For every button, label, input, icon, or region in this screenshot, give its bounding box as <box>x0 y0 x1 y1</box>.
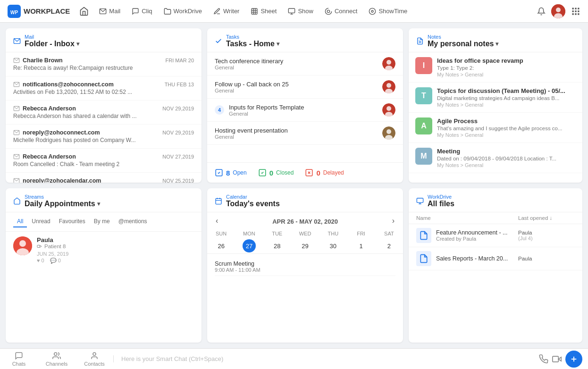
notification-bell-icon[interactable] <box>537 7 546 16</box>
bottom-nav-channels[interactable]: Channels <box>38 350 76 369</box>
note-info: Topics for discussion (Team Meeting) - 0… <box>437 87 576 108</box>
mail-item[interactable]: Rebecca Anderson NOV 27,2019 Room Cancel… <box>6 149 202 173</box>
phone-icon[interactable] <box>539 354 548 364</box>
nav-cliq[interactable]: Cliq <box>127 5 157 18</box>
mail-item[interactable]: notifications@zohoconnect.com THU FEB 13… <box>6 76 202 101</box>
task-title: Inputs for Reports Template <box>229 104 378 111</box>
workdrive-item[interactable]: Feature Announcement - ... Created by Pa… <box>409 224 582 247</box>
stream-item[interactable]: Paula Patient 8 JUN 25, 2019 ♥ 0 💬 0 <box>6 232 202 268</box>
nav-writer[interactable]: Writer <box>209 5 244 18</box>
mail-date: FRI MAR 20 <box>165 58 194 63</box>
calendar-day[interactable]: 30 <box>327 239 340 252</box>
mail-subject: Room Cancelled : Chalk - Team meeting 2 <box>13 161 194 168</box>
tasks-list: Tech conference itinerary General Follow… <box>207 52 403 162</box>
task-item[interactable]: Tech conference itinerary General <box>207 52 403 75</box>
bottom-nav-chats[interactable]: Chats <box>0 350 38 369</box>
note-desc: That's amazing and I suggest the Agile p… <box>437 126 569 131</box>
calendar-day[interactable]: 29 <box>298 239 311 252</box>
workdrive-title: All files <box>428 200 454 208</box>
tasks-delayed-stat: 0 Delayed <box>305 168 344 177</box>
nav-show[interactable]: Show <box>283 5 318 18</box>
streams-tab-all[interactable]: All <box>13 216 27 227</box>
task-assignee-avatar <box>382 126 395 140</box>
home-icon[interactable] <box>79 7 89 16</box>
note-item[interactable]: I Ideas for office space revamp Type 1: … <box>409 52 582 83</box>
mail-sender: Rebecca Anderson <box>13 153 76 160</box>
note-title: Ideas for office space revamp <box>437 57 576 64</box>
task-item[interactable]: Hosting event presentation General <box>207 122 403 145</box>
mail-item[interactable]: Charlie Brown FRI MAR 20 Re: Rebecca is … <box>6 52 202 76</box>
svg-point-64 <box>93 352 96 355</box>
streams-tab-mentions[interactable]: @mentions <box>115 216 151 227</box>
workdrive-item[interactable]: Sales Reports - March 20... Paula <box>409 247 582 270</box>
nav-connect[interactable]: Connect <box>320 5 362 18</box>
note-item[interactable]: T Topics for discussion (Team Meeting) -… <box>409 83 582 113</box>
calendar-day-today[interactable]: 27 <box>243 239 256 252</box>
apps-grid-icon[interactable] <box>571 7 580 16</box>
note-item[interactable]: A Agile Process That's amazing and I sug… <box>409 113 582 143</box>
calendar-day[interactable]: 28 <box>270 239 284 252</box>
workdrive-table-header: Name Last opened ↓ <box>409 212 582 224</box>
logo-text: WORKPLACE <box>24 7 70 15</box>
mail-item[interactable]: Rebecca Anderson NOV 29,2019 Rebecca And… <box>6 101 202 125</box>
tasks-title-chevron[interactable]: ▾ <box>277 41 279 47</box>
streams-tab-unread[interactable]: Unread <box>28 216 54 227</box>
notes-title-chevron[interactable]: ▾ <box>496 41 498 47</box>
streams-title: Daily Appointments ▾ <box>25 200 100 208</box>
workdrive-card-header: WorkDrive All files <box>409 188 582 212</box>
svg-point-12 <box>370 8 376 14</box>
tasks-card: Tasks Tasks - Home ▾ Tech conference iti… <box>207 28 403 183</box>
mail-envelope-icon <box>13 153 20 160</box>
note-desc: Type 1: Type 2: <box>437 65 569 71</box>
tasks-closed-icon <box>258 168 267 177</box>
mail-item[interactable]: noreply@zohoconnect.com NOV 29,2019 Mich… <box>6 125 202 149</box>
workdrive-file-name: Sales Reports - March 20... <box>436 255 508 262</box>
mail-item[interactable]: noreply@zohocalendar.com NOV 25,2019 Reb… <box>6 173 202 183</box>
task-item[interactable]: 4 Inputs for Reports Template General <box>207 99 403 122</box>
streams-title-chevron[interactable]: ▾ <box>97 201 100 207</box>
calendar-prev-button[interactable]: ‹ <box>213 216 221 226</box>
logo-icon: WP <box>8 5 21 18</box>
cliq-icon <box>132 8 139 15</box>
calendar-day[interactable]: 2 <box>382 239 395 252</box>
workdrive-opened-info: Paula (Jul 4) <box>518 230 575 241</box>
mail-sender: noreply@zohoconnect.com <box>13 129 100 136</box>
nav-sheet[interactable]: Sheet <box>246 5 281 18</box>
bottom-nav-contacts[interactable]: Contacts <box>76 350 113 369</box>
calendar-range: APR 26 - MAY 02, 2020 <box>272 214 338 227</box>
workdrive-file-icon <box>416 228 431 243</box>
task-info: Inputs for Reports Template General <box>229 104 378 117</box>
note-item[interactable]: M Meeting Dated on : 09/04/2018 - 09/04/… <box>409 143 582 173</box>
smart-chat-input[interactable]: Here is your Smart Chat (Ctrl+Space) <box>113 355 539 362</box>
calendar-event[interactable]: Scrum Meeting 9:00 AM - 11:00 AM <box>215 258 395 276</box>
task-title: Follow up - Call back on 25 <box>215 81 378 88</box>
nav-workdrive[interactable]: WorkDrive <box>159 5 207 18</box>
calendar-title: Today's events <box>226 200 280 208</box>
streams-tab-favourites[interactable]: Favourites <box>55 216 89 227</box>
mail-envelope-icon <box>13 105 20 112</box>
mail-envelope-icon <box>13 81 20 88</box>
stream-user-name: Paula <box>37 236 194 243</box>
mail-card-icon <box>13 37 21 45</box>
note-desc: Dated on : 09/04/2018 - 09/04/2018 Locat… <box>437 156 569 161</box>
stream-date: JUN 25, 2019 <box>37 251 194 257</box>
svg-rect-17 <box>572 8 574 9</box>
nav-showtime[interactable]: ShowTime <box>364 5 412 18</box>
mail-title-chevron[interactable]: ▾ <box>76 41 79 47</box>
video-icon[interactable] <box>552 354 562 364</box>
calendar-next-button[interactable]: › <box>389 216 397 226</box>
stream-sub-info: Patient 8 <box>37 243 194 249</box>
event-title: Scrum Meeting <box>215 260 395 267</box>
calendar-day[interactable]: 26 <box>215 239 228 252</box>
tasks-title: Tasks - Home ▾ <box>226 40 279 48</box>
mail-card-header: Mail Folder - Inbox ▾ <box>6 28 202 52</box>
svg-rect-19 <box>578 8 579 9</box>
user-avatar[interactable] <box>551 4 565 18</box>
task-info: Hosting event presentation General <box>215 127 378 140</box>
nav-mail[interactable]: Mail <box>94 5 125 18</box>
calendar-day[interactable]: 1 <box>354 239 368 252</box>
compose-fab-button[interactable] <box>565 351 582 368</box>
streams-tab-byme[interactable]: By me <box>90 216 114 227</box>
task-item[interactable]: Follow up - Call back on 25 General <box>207 75 403 99</box>
mail-subject: Re: Rebecca is away! Re:Campaign restruc… <box>13 65 194 71</box>
